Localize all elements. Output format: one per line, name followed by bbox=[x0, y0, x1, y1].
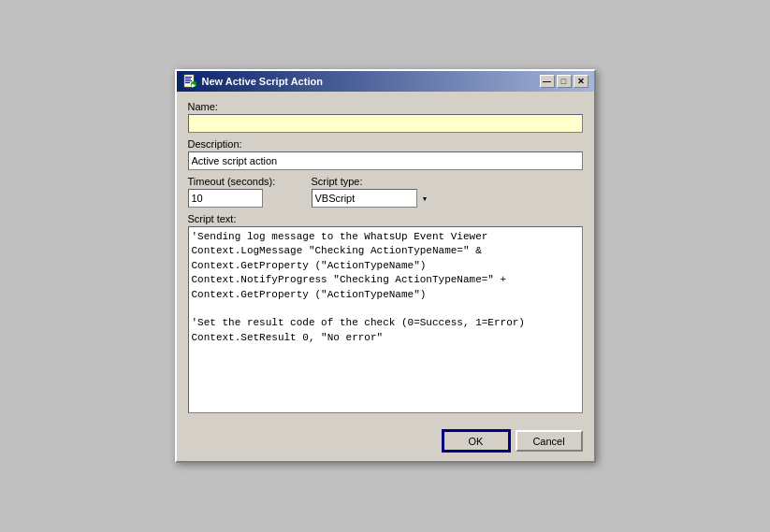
name-field-group: Name: bbox=[188, 101, 583, 133]
cancel-button[interactable]: Cancel bbox=[516, 430, 583, 452]
description-field-group: Description: bbox=[188, 138, 583, 170]
script-type-label: Script type: bbox=[312, 176, 583, 187]
ok-button[interactable]: OK bbox=[443, 430, 510, 452]
close-button[interactable]: ✕ bbox=[574, 75, 588, 88]
description-label: Description: bbox=[188, 138, 583, 150]
title-bar-left: ▶ New Active Script Action bbox=[182, 74, 323, 89]
script-type-select-wrapper: VBScript JScript PerlScript bbox=[312, 189, 433, 208]
maximize-button[interactable]: □ bbox=[557, 75, 572, 88]
minimize-button[interactable]: — bbox=[540, 75, 555, 88]
svg-rect-4 bbox=[185, 82, 190, 83]
name-label: Name: bbox=[188, 101, 583, 112]
dialog-window: ▶ New Active Script Action — □ ✕ Name: D… bbox=[175, 69, 596, 463]
button-row: OK Cancel bbox=[177, 424, 594, 461]
name-input[interactable] bbox=[188, 114, 583, 133]
script-text-label: Script text: bbox=[188, 213, 583, 224]
script-type-group: Script type: VBScript JScript PerlScript bbox=[312, 176, 583, 208]
title-bar: ▶ New Active Script Action — □ ✕ bbox=[177, 71, 594, 92]
script-icon: ▶ bbox=[182, 74, 197, 89]
title-controls: — □ ✕ bbox=[540, 75, 588, 88]
dialog-title: New Active Script Action bbox=[202, 76, 323, 87]
description-input[interactable] bbox=[188, 151, 583, 170]
dialog-body: Name: Description: Timeout (seconds): Sc… bbox=[177, 92, 594, 424]
timeout-input[interactable] bbox=[188, 189, 263, 208]
script-text-input[interactable] bbox=[188, 226, 583, 413]
timeout-label: Timeout (seconds): bbox=[188, 176, 300, 187]
svg-rect-1 bbox=[185, 77, 192, 78]
timeout-group: Timeout (seconds): bbox=[188, 176, 300, 208]
script-type-select[interactable]: VBScript JScript PerlScript bbox=[312, 189, 433, 208]
script-text-group: Script text: bbox=[188, 213, 583, 415]
timeout-scripttype-row: Timeout (seconds): Script type: VBScript… bbox=[188, 176, 583, 208]
svg-rect-2 bbox=[185, 79, 191, 79]
